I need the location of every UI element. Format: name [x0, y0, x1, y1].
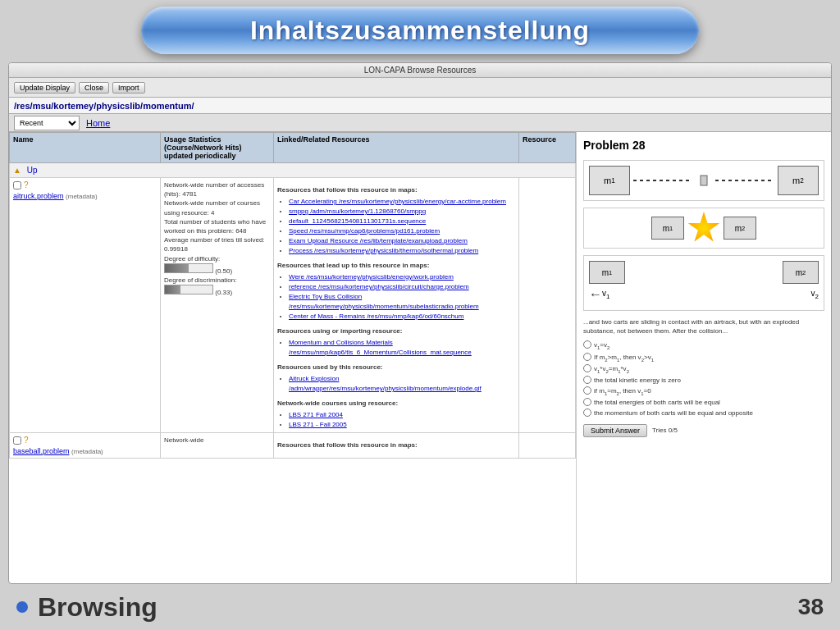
v2-label: v2 [811, 289, 819, 300]
file1-link[interactable]: aitruck.problem [13, 192, 64, 200]
up-text[interactable]: Up [27, 166, 38, 175]
file2-question-icon: ? [24, 436, 29, 445]
radio-input-7[interactable] [583, 409, 591, 417]
right-panel: Problem 28 m1 m2 m1 m2 [577, 132, 831, 583]
file1-resource-cell [519, 178, 576, 433]
radio-option-4: the total kinetic energy is zero [583, 376, 824, 386]
browser-title-text: LON-CAPA Browse Resources [364, 66, 477, 75]
resource-link[interactable]: Speed /res/msu/nmp/cap6/problems/pd161.p… [289, 227, 440, 235]
close-button[interactable]: Close [79, 82, 109, 94]
submit-button[interactable]: Submit Answer [583, 424, 647, 437]
footer-bullet-icon [16, 601, 28, 613]
radio-option-1: v1=v2 [583, 340, 824, 352]
resource-link[interactable]: Were /res/msu/kortemey/physicslib/energy… [289, 273, 454, 281]
radio-label-2: If m2>m1, then v2>v1 [594, 353, 654, 364]
col-header-stats: Usage Statistics (Course/Network Hits) u… [161, 133, 274, 163]
radio-option-7: the momentum of both carts will be equal… [583, 409, 824, 419]
radio-input-6[interactable] [583, 398, 591, 406]
list-item: Momentum and Collisions Materials /res/m… [289, 338, 515, 358]
v1-label: v1 [602, 289, 609, 300]
list-item: Exam Upload Resource /res/lib/template/e… [289, 236, 515, 246]
update-display-button[interactable]: Update Display [14, 82, 75, 94]
list-item: LBS 271 - Fall 2005 [289, 420, 515, 430]
problem-title: Problem 28 [583, 139, 824, 152]
list-item: Car Accelerating /res/msu/kortemey/physi… [289, 197, 515, 207]
address-bar: /res/msu/kortemey/physicslib/momentum/ [9, 98, 831, 114]
section1-list: Car Accelerating /res/msu/kortemey/physi… [289, 197, 515, 256]
import-button[interactable]: Import [112, 82, 145, 94]
file2-linked-cell: Resources that follow this resource in m… [274, 433, 519, 459]
content-area: Name Usage Statistics (Course/Network Hi… [9, 132, 831, 583]
radio-label-6: the total energies of both carts will be… [594, 398, 720, 409]
file2-link[interactable]: baseball.problem [13, 447, 70, 455]
spring-connector [696, 172, 712, 189]
col-header-linked: Linked/Related Resources [274, 133, 519, 163]
diagram3: m1 m2 ← v1 v2 [583, 255, 824, 311]
left-arrow-icon: ← [589, 287, 602, 302]
radio-label-7: the momentum of both carts will be equal… [594, 409, 753, 419]
block-m1-diagram2: m1 [651, 217, 684, 240]
main-table: Name Usage Statistics (Course/Network Hi… [9, 132, 576, 459]
nav-bar: Recent Home [9, 114, 831, 132]
list-item: reference /res/msu/kortemey/physicslib/c… [289, 282, 515, 292]
submit-area: Submit Answer Tries 0/5 [583, 424, 824, 437]
resource-link[interactable]: Center of Mass - Remains /res/msu/nmp/ka… [289, 313, 463, 320]
block-m1-diagram1: m1 [589, 166, 630, 195]
file1-checkbox[interactable] [13, 181, 21, 189]
resource-link[interactable]: Aitruck Explosion /adm/wrapper/res/msu/k… [289, 375, 482, 392]
file2-section1-title: Resources that follow this resource in m… [277, 441, 515, 450]
file1-stats-cell: Network-wide number of accesses (hits): … [161, 178, 274, 433]
file2-meta-link[interactable]: (metadata) [71, 448, 103, 455]
resource-link[interactable]: Electric Toy Bus Collision /res/msu/kort… [289, 293, 479, 310]
table-row: ? baseball.problem (metadata) Network-wi… [10, 433, 576, 459]
momentum-arrows-row: ← v1 v2 [589, 287, 819, 302]
resource-link[interactable]: smppg /adm/msu/kortemey/1.12868760/smppg [289, 208, 426, 215]
resource-link[interactable]: Exam Upload Resource /res/lib/template/e… [289, 237, 468, 244]
connector-icon [696, 172, 712, 189]
section4-list: Aitruck Explosion /adm/wrapper/res/msu/k… [289, 374, 515, 394]
spring-icon [633, 180, 692, 181]
list-item: LBS 271 Fall 2004 [289, 410, 515, 420]
explosion-icon [687, 212, 720, 244]
radio-input-1[interactable] [583, 340, 591, 349]
section5-list: LBS 271 Fall 2004 LBS 271 - Fall 2005 [289, 410, 515, 430]
browser-window: LON-CAPA Browse Resources Update Display… [8, 62, 832, 584]
section4-title: Resources used by this resource: [277, 363, 515, 372]
radio-input-2[interactable] [583, 353, 591, 361]
resource-link[interactable]: Momentum and Collisions Materials /res/m… [289, 339, 472, 356]
radio-option-2: If m2>m1, then v2>v1 [583, 353, 824, 364]
resource-link[interactable]: LBS 271 - Fall 2005 [289, 421, 347, 428]
radio-input-3[interactable] [583, 364, 591, 372]
page-title: Inhaltszusammenstellung [250, 16, 590, 46]
resource-link[interactable]: Process /res/msu/kortemey/physicslib/the… [289, 247, 478, 254]
resource-link[interactable]: default_1124568215408111301731s.sequence [289, 217, 426, 225]
table-row-up: ▲ Up [10, 163, 576, 178]
resource-link[interactable]: LBS 271 Fall 2004 [289, 411, 343, 418]
left-panel: Name Usage Statistics (Course/Network Hi… [9, 132, 577, 583]
list-item: default_1124568215408111301731s.sequence [289, 217, 515, 226]
resource-link[interactable]: Car Accelerating /res/msu/kortemey/physi… [289, 198, 506, 205]
section3-list: Momentum and Collisions Materials /res/m… [289, 338, 515, 358]
radio-input-5[interactable] [583, 386, 591, 395]
file2-linked-content: Resources that follow this resource in m… [277, 441, 515, 450]
address-text: /res/msu/kortemey/physicslib/momentum/ [14, 101, 194, 111]
recent-select[interactable]: Recent [14, 116, 80, 130]
file1-name-cell: ? aitruck.problem (metadata) [10, 178, 161, 433]
file1-meta-link[interactable]: (metadata) [66, 193, 98, 200]
radio-label-5: if m1=m2, then v1=0 [594, 386, 651, 398]
file1-linked-cell: Resources that follow this resource in m… [274, 178, 519, 433]
file2-checkbox[interactable] [13, 436, 21, 445]
file2-stats-cell: Network-wide [161, 433, 274, 459]
radio-input-4[interactable] [583, 376, 591, 384]
list-item: Aitruck Explosion /adm/wrapper/res/msu/k… [289, 374, 515, 394]
block-m2-diagram1: m2 [778, 166, 819, 195]
file2-name-cell: ? baseball.problem (metadata) [10, 433, 161, 459]
spring-icon2 [715, 180, 774, 181]
resource-link[interactable]: reference /res/msu/kortemey/physicslib/c… [289, 283, 469, 290]
footer: Browsing 38 [0, 584, 840, 630]
footer-page-number: 38 [798, 594, 824, 620]
radio-label-1: v1=v2 [594, 340, 609, 352]
home-link[interactable]: Home [86, 118, 110, 128]
radio-option-6: the total energies of both carts will be… [583, 398, 824, 409]
list-item: smppg /adm/msu/kortemey/1.12868760/smppg [289, 207, 515, 217]
